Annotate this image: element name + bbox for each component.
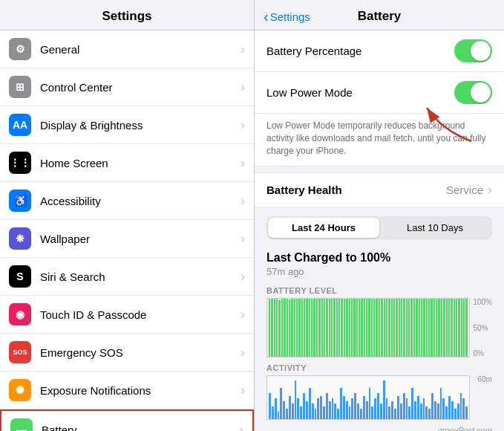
activity-bar — [272, 406, 274, 420]
battery-percentage-toggle[interactable] — [454, 39, 492, 62]
chevron-icon — [240, 42, 245, 57]
tab-10d[interactable]: Last 10 Days — [379, 218, 491, 238]
battery-bar — [384, 299, 385, 357]
battery-bar — [399, 299, 400, 357]
battery-bar — [406, 299, 408, 357]
activity-bar — [340, 388, 342, 419]
battery-bar — [458, 299, 459, 357]
battery-bar — [456, 299, 457, 357]
battery-bar — [316, 299, 318, 357]
battery-bar — [338, 299, 340, 357]
battery-level-label: BATTERY LEVEL — [266, 286, 492, 295]
sidebar-item-sos[interactable]: SOSEmergency SOS — [0, 334, 254, 372]
activity-bar — [460, 393, 462, 419]
sidebar-item-label-accessibility: Accessibility — [40, 195, 240, 207]
battery-bar — [416, 299, 417, 357]
activity-bar — [440, 388, 442, 419]
general-icon: ⚙ — [9, 38, 31, 60]
sidebar-item-accessibility[interactable]: ♿Accessibility — [0, 182, 254, 220]
sidebar-item-exposure[interactable]: ✺Exposure Notifications — [0, 372, 254, 409]
battery-bar — [403, 299, 405, 357]
sidebar-item-wallpaper[interactable]: ❋Wallpaper — [0, 220, 254, 258]
battery-bar — [361, 299, 362, 357]
low-power-toggle[interactable] — [454, 81, 492, 104]
battery-bar — [274, 299, 275, 357]
battery-bar — [294, 299, 295, 357]
chevron-icon — [240, 345, 245, 360]
battery-bar — [396, 299, 397, 357]
low-power-row: Low Power Mode — [255, 72, 504, 114]
battery-bar — [341, 299, 342, 357]
sidebar-item-label-exposure: Exposure Notifications — [40, 384, 240, 397]
battery-bar — [431, 299, 432, 357]
activity-section: ACTIVITY 60m — [255, 357, 504, 423]
battery-bar — [423, 299, 425, 357]
sidebar-item-label-display: Display & Brightness — [40, 119, 240, 132]
activity-bar — [280, 388, 282, 419]
battery-bar — [287, 299, 288, 357]
detail-title: Battery — [358, 9, 402, 24]
battery-bar — [324, 299, 325, 357]
battery-bar — [356, 299, 358, 357]
battery-bar — [368, 299, 370, 357]
sidebar-item-label-general: General — [40, 43, 240, 56]
chevron-icon — [240, 155, 245, 171]
activity-bar — [295, 380, 297, 420]
sidebar-item-home-screen[interactable]: ⋮⋮Home Screen — [0, 144, 254, 182]
sidebar-item-label-wallpaper: Wallpaper — [40, 233, 240, 245]
sidebar-item-battery[interactable]: ▬Battery — [0, 409, 254, 431]
activity-bar — [349, 406, 351, 420]
sidebar-item-siri[interactable]: SSiri & Search — [0, 258, 254, 296]
activity-bar — [423, 398, 425, 419]
battery-bar — [433, 299, 435, 357]
activity-bar — [454, 409, 456, 419]
battery-bar — [426, 299, 428, 357]
battery-bar — [413, 299, 415, 357]
activity-bar — [275, 398, 277, 419]
battery-bar — [326, 299, 327, 357]
sos-icon: SOS — [9, 341, 31, 363]
activity-bar — [383, 380, 385, 420]
wallpaper-icon: ❋ — [9, 227, 31, 250]
sidebar-item-display[interactable]: AADisplay & Brightness — [0, 106, 254, 144]
last-charged-ago: 57m ago — [266, 266, 492, 277]
back-button[interactable]: ‹ Settings — [264, 8, 310, 25]
activity-bar — [448, 396, 451, 420]
battery-bar — [393, 299, 395, 357]
sidebar-item-label-touchid: Touch ID & Passcode — [40, 308, 240, 321]
activity-bar — [363, 396, 365, 420]
activity-bar — [394, 409, 396, 419]
activity-bar — [286, 409, 288, 419]
battery-bar — [386, 299, 387, 357]
battery-level-chart: 100%50%0% — [266, 298, 492, 357]
battery-bar — [428, 299, 430, 357]
sidebar-item-control-center[interactable]: ⊞Control Center — [0, 68, 254, 106]
watermark: groovPost.com — [255, 423, 504, 431]
tab-24h[interactable]: Last 24 Hours — [268, 218, 379, 238]
battery-health-row[interactable]: Battery Health Service › — [255, 172, 504, 207]
battery-bar — [438, 299, 439, 357]
last-charged-title: Last Charged to 100% — [266, 251, 492, 265]
chevron-icon — [239, 422, 243, 432]
activity-bar — [406, 398, 408, 419]
sidebar-item-general[interactable]: ⚙General — [0, 30, 254, 68]
activity-bar — [425, 406, 428, 420]
battery-bar — [373, 299, 375, 357]
activity-bar — [420, 404, 422, 419]
activity-bar — [351, 398, 353, 419]
activity-bar — [414, 401, 416, 420]
activity-bar — [380, 404, 382, 419]
battery-bar — [278, 300, 280, 357]
battery-bar — [291, 299, 292, 357]
accessibility-icon: ♿ — [9, 189, 31, 212]
activity-bar — [434, 401, 436, 420]
battery-bar — [410, 299, 412, 357]
activity-bar — [303, 393, 305, 419]
activity-bar — [366, 401, 368, 420]
detail-header: ‹ Settings Battery — [255, 0, 504, 30]
battery-bar — [318, 299, 320, 357]
display-icon: AA — [9, 114, 31, 136]
activity-bar — [428, 409, 431, 419]
sidebar-item-touchid[interactable]: ◉Touch ID & Passcode — [0, 296, 254, 334]
battery-chart-area — [266, 298, 470, 357]
